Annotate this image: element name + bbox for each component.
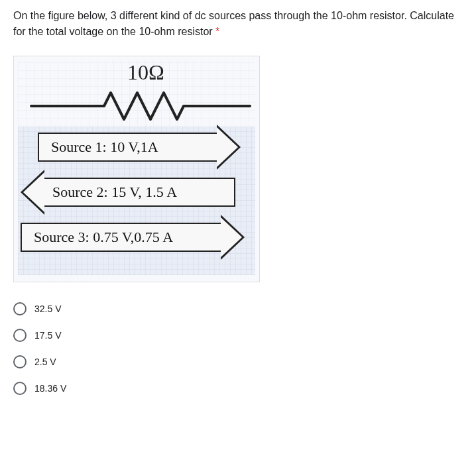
circuit-figure: 10Ω Source 1: 10 V,1A Source 2: 15 V, 1.…: [13, 56, 260, 282]
source-3-label: Source 3: 0.75 V,0.75 A: [34, 229, 173, 246]
answer-options: 32.5 V 17.5 V 2.5 V 18.36 V: [13, 296, 463, 402]
question-body: On the figure below, 3 different kind of…: [13, 10, 454, 37]
arrow-left-icon: [21, 170, 44, 215]
resistor-area: 10Ω: [18, 60, 255, 127]
required-asterisk: *: [213, 26, 220, 37]
radio-icon: [13, 355, 27, 368]
option-1[interactable]: 32.5 V: [13, 296, 463, 322]
sources-arrows-area: Source 1: 10 V,1A Source 2: 15 V, 1.5 A …: [18, 127, 255, 275]
resistor-icon: [18, 89, 257, 123]
source-1-label: Source 1: 10 V,1A: [51, 139, 158, 156]
radio-icon: [13, 382, 27, 395]
option-label: 2.5 V: [34, 357, 56, 367]
resistor-value-label: 10Ω: [127, 60, 164, 85]
source-3-arrow: Source 3: 0.75 V,0.75 A: [21, 222, 253, 262]
radio-icon: [13, 302, 27, 315]
option-4[interactable]: 18.36 V: [13, 375, 463, 402]
option-2[interactable]: 17.5 V: [13, 322, 463, 349]
radio-icon: [13, 329, 27, 342]
arrow-right-icon: [221, 215, 245, 260]
arrow-right-icon: [217, 125, 241, 170]
source-2-label: Source 2: 15 V, 1.5 A: [52, 184, 177, 201]
option-label: 32.5 V: [34, 304, 61, 314]
question-text: On the figure below, 3 different kind of…: [13, 8, 463, 40]
option-label: 17.5 V: [34, 330, 61, 341]
option-3[interactable]: 2.5 V: [13, 349, 463, 375]
source-1-arrow: Source 1: 10 V,1A: [21, 132, 253, 172]
source-2-arrow: Source 2: 15 V, 1.5 A: [21, 177, 253, 217]
option-label: 18.36 V: [34, 383, 66, 394]
